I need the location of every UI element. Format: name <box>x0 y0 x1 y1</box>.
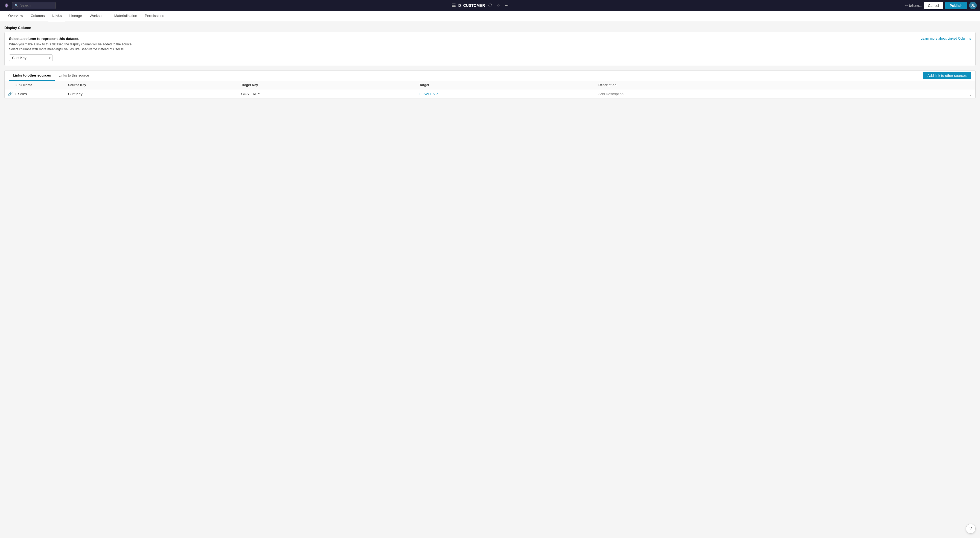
description-input[interactable] <box>598 92 961 96</box>
row-actions[interactable]: ⋮ <box>964 89 975 99</box>
add-link-button[interactable]: Add link to other sources <box>923 72 971 79</box>
target-link[interactable]: F_SALES ↗ <box>420 92 592 96</box>
tab-materialization[interactable]: Materialization <box>110 11 141 21</box>
display-column-select[interactable]: Cust Key Customer Name Customer ID <box>9 54 53 61</box>
info-icon[interactable]: ⓘ <box>487 2 493 8</box>
cell-description[interactable] <box>595 89 964 99</box>
links-header: Links to other sources Links to this sou… <box>5 70 975 81</box>
avatar[interactable]: JL <box>969 2 977 9</box>
cell-target: F_SALES ↗ <box>416 89 595 99</box>
tab-links[interactable]: Links <box>48 11 65 21</box>
tab-columns[interactable]: Columns <box>27 11 48 21</box>
help-button[interactable]: ? <box>966 524 975 534</box>
topnav-right: ✏ Editing... Cancel Publish JL <box>905 2 977 9</box>
display-column-heading: Select a column to represent this datase… <box>9 37 971 41</box>
topnav: 🔍 D_CUSTOMER ⓘ ☆ ••• ✏ Editing... Cancel… <box>0 0 980 11</box>
search-box[interactable]: 🔍 <box>12 2 56 9</box>
search-icon: 🔍 <box>14 3 19 7</box>
section-title-display-column: Display Column <box>5 26 975 30</box>
dataset-name: D_CUSTOMER <box>458 3 485 8</box>
svg-rect-2 <box>452 6 455 7</box>
links-section: Links to other sources Links to this sou… <box>5 70 975 99</box>
tab-links-to-this-source[interactable]: Links to this source <box>55 70 93 81</box>
main-content: Display Column Learn more about Linked C… <box>0 21 980 538</box>
cell-link-name: 🔗 F Sales <box>5 89 65 99</box>
cell-target-key: CUST_KEY <box>238 89 416 99</box>
topnav-center: D_CUSTOMER ⓘ ☆ ••• <box>58 2 903 8</box>
tab-links-to-other-sources[interactable]: Links to other sources <box>9 70 55 81</box>
external-link-icon: ↗ <box>436 92 438 96</box>
display-column-desc1: When you make a link to this dataset, th… <box>9 42 971 47</box>
table-header: Link Name Source Key Target Key Target D… <box>5 81 975 89</box>
cancel-button[interactable]: Cancel <box>924 2 943 9</box>
links-tabs: Links to other sources Links to this sou… <box>9 70 93 81</box>
tab-overview[interactable]: Overview <box>5 11 27 21</box>
col-description: Description <box>595 81 964 89</box>
links-table: Link Name Source Key Target Key Target D… <box>5 81 975 98</box>
svg-rect-0 <box>452 3 455 4</box>
app-logo <box>3 2 10 9</box>
publish-button[interactable]: Publish <box>945 2 967 9</box>
display-column-card: Learn more about Linked Columns Select a… <box>5 32 975 66</box>
svg-rect-1 <box>452 5 455 5</box>
dataset-icon <box>451 3 456 8</box>
star-icon[interactable]: ☆ <box>495 2 501 8</box>
display-column-dropdown-wrapper: Cust Key Customer Name Customer ID <box>9 54 53 61</box>
search-input[interactable] <box>20 3 53 7</box>
learn-more-link[interactable]: Learn more about Linked Columns <box>921 37 971 40</box>
col-source-key: Source Key <box>65 81 238 89</box>
col-target-key: Target Key <box>238 81 416 89</box>
editing-status: ✏ Editing... <box>905 3 922 7</box>
more-icon[interactable]: ••• <box>504 2 510 8</box>
logo-icon <box>4 3 9 8</box>
tab-worksheet[interactable]: Worksheet <box>86 11 110 21</box>
col-target: Target <box>416 81 595 89</box>
display-column-desc2: Select columns with more meaningful valu… <box>9 47 971 52</box>
table-body: 🔗 F Sales Cust Key CUST_KEY F_SALES ↗ <box>5 89 975 99</box>
pencil-icon: ✏ <box>905 3 908 7</box>
link-chain-icon: 🔗 <box>8 92 13 96</box>
col-link-name: Link Name <box>5 81 65 89</box>
table-row: 🔗 F Sales Cust Key CUST_KEY F_SALES ↗ <box>5 89 975 99</box>
page-tabs: Overview Columns Links Lineage Worksheet… <box>0 11 980 21</box>
tab-lineage[interactable]: Lineage <box>65 11 86 21</box>
tab-permissions[interactable]: Permissions <box>141 11 168 21</box>
cell-source-key: Cust Key <box>65 89 238 99</box>
